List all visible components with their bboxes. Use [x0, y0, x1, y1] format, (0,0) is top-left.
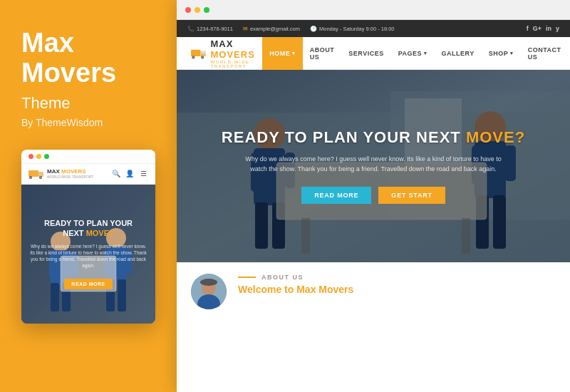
nav-logo: MAX MOVERS WORLD-WIDE TRANSPORT [191, 38, 262, 68]
nav-item-gallery[interactable]: GALLERY [435, 37, 482, 70]
mobile-truck-icon [28, 168, 44, 180]
nav-item-pages[interactable]: PAGES ▾ [391, 37, 435, 70]
twitter-icon[interactable]: y [556, 25, 559, 32]
mobile-read-more-button[interactable]: READ MORE [64, 279, 112, 289]
person-avatar [191, 274, 227, 309]
mobile-logo: MAX MOVERS WORLD-WIDE TRANSPORT [28, 168, 93, 180]
browser-dot-yellow [195, 7, 200, 13]
mobile-menu-icon[interactable]: ☰ [138, 169, 148, 179]
mobile-browser-chrome [21, 150, 155, 164]
hero-content: READY TO PLAN YOUR NEXT MOVE? Why do we … [177, 70, 570, 262]
svg-point-28 [202, 56, 203, 58]
mobile-hero-desc: Why do we always come here? I guess well… [30, 243, 147, 269]
nav-item-home[interactable]: HOME ▾ [262, 37, 303, 70]
phone-icon: 📞 [187, 26, 195, 32]
desktop-nav: MAX MOVERS WORLD-WIDE TRANSPORT HOME ▾ A… [177, 37, 570, 70]
mobile-hero: READY TO PLAN YOUR NEXT MOVE? Why do we … [21, 185, 155, 324]
svg-rect-0 [28, 170, 38, 177]
below-hero-section: ABOUT US Welcome to Max Movers [177, 262, 570, 321]
topbar-social: f G+ in y [527, 25, 559, 32]
topbar-hours: 🕐 Monday - Saturday 9:00 - 18:00 [310, 26, 394, 32]
hero-read-more-button[interactable]: READ MORE [301, 187, 371, 204]
desktop-topbar: 📞 1234-678-9011 ✉ example@gmail.com 🕐 Mo… [177, 20, 570, 37]
svg-rect-22 [191, 49, 200, 56]
hero-buttons: READ MORE GET START [301, 187, 445, 204]
hero-description: Why do we always come here? I guess well… [238, 154, 509, 175]
email-icon: ✉ [243, 26, 248, 32]
theme-subtitle: Theme [21, 94, 70, 113]
svg-point-26 [192, 56, 194, 58]
nav-logo-text-wrap: MAX MOVERS WORLD-WIDE TRANSPORT [211, 38, 263, 68]
mobile-mockup: MAX MOVERS WORLD-WIDE TRANSPORT 🔍 👤 ☰ [21, 150, 155, 324]
hero-title-highlight: MOVE? [466, 128, 525, 146]
theme-title: Max Movers [21, 29, 155, 88]
nav-truck-icon [191, 45, 207, 62]
about-us-label: ABOUT US [238, 274, 353, 281]
instagram-icon[interactable]: in [546, 25, 551, 32]
desktop-mockup: 📞 1234-678-9011 ✉ example@gmail.com 🕐 Mo… [177, 0, 570, 392]
mobile-nav: MAX MOVERS WORLD-WIDE TRANSPORT 🔍 👤 ☰ [21, 164, 155, 185]
theme-author: By ThemeWisdom [21, 117, 103, 128]
nav-logo-tagline: WORLD-WIDE TRANSPORT [211, 60, 263, 68]
nav-menu: HOME ▾ ABOUT US SERVICES PAGES ▾ GALLERY… [262, 37, 568, 70]
topbar-left: 📞 1234-678-9011 ✉ example@gmail.com 🕐 Mo… [187, 26, 395, 32]
nav-item-about[interactable]: ABOUT US [303, 37, 342, 70]
svg-marker-24 [200, 51, 205, 53]
svg-point-4 [30, 177, 31, 178]
avatar-image [191, 274, 227, 309]
mobile-dot-green [44, 154, 49, 159]
nav-item-services[interactable]: SERVICES [341, 37, 390, 70]
clock-icon: 🕐 [310, 26, 317, 32]
mobile-hero-title: READY TO PLAN YOUR NEXT MOVE? [30, 218, 147, 239]
mobile-nav-icons: 🔍 👤 ☰ [111, 169, 148, 179]
svg-point-6 [40, 177, 41, 178]
mobile-hero-content: READY TO PLAN YOUR NEXT MOVE? Why do we … [30, 218, 147, 289]
svg-marker-2 [38, 172, 43, 174]
facebook-icon[interactable]: f [527, 25, 529, 32]
topbar-phone: 📞 1234-678-9011 [187, 26, 233, 32]
mobile-logo-tagline: WORLD-WIDE TRANSPORT [47, 175, 93, 179]
mobile-user-icon[interactable]: 👤 [125, 169, 135, 179]
browser-chrome [177, 0, 570, 20]
browser-dot-green [204, 7, 209, 13]
left-panel: Max Movers Theme By ThemeWisdom [0, 0, 177, 392]
googleplus-icon[interactable]: G+ [533, 25, 542, 32]
mobile-dot-yellow [36, 154, 41, 159]
nav-logo-name: MAX MOVERS [211, 38, 263, 60]
hero-title: READY TO PLAN YOUR NEXT MOVE? [222, 128, 525, 147]
mobile-logo-text: MAX MOVERS [47, 168, 93, 175]
desktop-hero: READY TO PLAN YOUR NEXT MOVE? Why do we … [177, 70, 570, 262]
topbar-email: ✉ example@gmail.com [243, 26, 300, 32]
mobile-dot-red [28, 154, 33, 159]
below-text-area: ABOUT US Welcome to Max Movers [238, 274, 353, 295]
welcome-brand: Max Movers [296, 284, 353, 295]
welcome-heading: Welcome to Max Movers [238, 284, 353, 295]
about-us-text: ABOUT US [261, 274, 304, 281]
browser-dot-red [185, 7, 191, 13]
nav-item-contact[interactable]: CONTACT US [521, 37, 569, 70]
nav-item-shop[interactable]: SHOP ▾ [482, 37, 521, 70]
hero-get-start-button[interactable]: GET START [378, 187, 445, 204]
svg-rect-61 [204, 279, 214, 285]
about-line-decoration [238, 277, 256, 278]
mobile-search-icon[interactable]: 🔍 [111, 169, 121, 179]
